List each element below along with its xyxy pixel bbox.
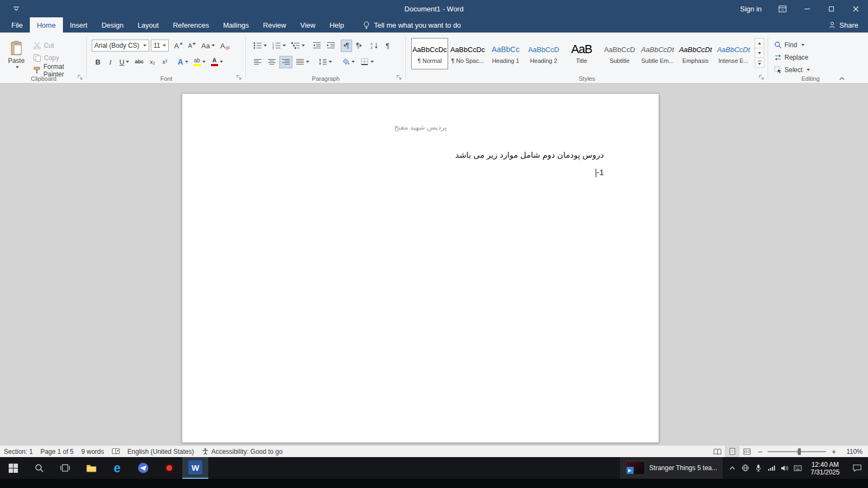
style-subtitle[interactable]: AaBbCcD Subtitle xyxy=(601,38,638,69)
tab-file[interactable]: File xyxy=(4,17,30,33)
tab-references[interactable]: References xyxy=(166,17,216,33)
decrease-indent-button[interactable] xyxy=(310,40,323,52)
clipboard-dialog-launcher[interactable] xyxy=(76,74,84,81)
underline-button[interactable]: U xyxy=(117,56,131,68)
action-center-button[interactable] xyxy=(846,457,868,479)
close-button[interactable] xyxy=(844,0,868,17)
cut-button[interactable]: Cut xyxy=(31,39,85,52)
font-size-select[interactable]: 11 xyxy=(151,40,169,52)
strikethrough-button[interactable]: abc xyxy=(132,56,145,68)
tray-show-hidden-icons-button[interactable] xyxy=(726,457,739,479)
media-playback-flyout[interactable]: Stranger Things 5 tea... xyxy=(620,457,723,479)
style-intense-emphasis[interactable]: AaBbCcDt Intense E... xyxy=(715,38,752,69)
zoom-level[interactable]: 110% xyxy=(840,448,863,455)
start-button[interactable] xyxy=(0,457,26,479)
sort-button[interactable]: AZ xyxy=(368,40,381,52)
zoom-slider-thumb[interactable] xyxy=(798,448,801,455)
proofing-status-button[interactable] xyxy=(108,446,124,457)
edge-button[interactable]: e xyxy=(104,457,130,479)
styles-dialog-launcher[interactable] xyxy=(758,74,765,81)
bold-button[interactable]: B xyxy=(92,56,104,68)
web-layout-button[interactable] xyxy=(739,446,754,457)
font-dialog-launcher[interactable] xyxy=(235,74,242,81)
taskbar-app-record-button[interactable] xyxy=(156,457,182,479)
subscript-button[interactable]: x2 xyxy=(147,56,158,68)
style-no-spacing[interactable]: AaBbCcDc ¶ No Spac... xyxy=(449,38,486,69)
taskbar-search-button[interactable] xyxy=(26,457,52,479)
minimize-button[interactable] xyxy=(795,0,819,17)
style-title[interactable]: AaB Title xyxy=(563,38,600,69)
document-list-line[interactable]: -1 xyxy=(596,168,604,177)
shading-button[interactable] xyxy=(339,56,357,68)
maximize-button[interactable] xyxy=(819,0,844,17)
collapse-ribbon-button[interactable] xyxy=(839,76,845,81)
tab-insert[interactable]: Insert xyxy=(63,17,95,33)
multilevel-list-button[interactable] xyxy=(289,40,307,52)
tray-network-globe-button[interactable] xyxy=(739,457,752,479)
read-mode-button[interactable] xyxy=(710,446,725,457)
show-formatting-marks-button[interactable]: ¶ xyxy=(382,40,393,52)
page-indicator[interactable]: Page 1 of 5 xyxy=(36,446,77,457)
replace-button[interactable]: Replace xyxy=(772,52,812,63)
italic-button[interactable]: I xyxy=(105,56,116,68)
paragraph-dialog-launcher[interactable] xyxy=(395,74,403,81)
taskbar-clock[interactable]: 12:40 AM 7/31/2025 xyxy=(804,460,846,476)
style-subtle-emphasis[interactable]: AaBbCcDt Subtle Em... xyxy=(639,38,676,69)
ltr-text-direction-button[interactable]: ¶ xyxy=(353,40,365,52)
text-effects-button[interactable]: A xyxy=(176,56,190,68)
quick-access-customize-button[interactable] xyxy=(0,0,20,17)
share-button[interactable]: Share xyxy=(819,17,868,33)
tab-help[interactable]: Help xyxy=(322,17,351,33)
superscript-button[interactable]: x2 xyxy=(159,56,171,68)
tab-design[interactable]: Design xyxy=(94,17,130,33)
shrink-font-button[interactable]: A xyxy=(186,40,198,52)
sign-in-button[interactable]: Sign in xyxy=(731,0,770,17)
line-spacing-button[interactable] xyxy=(316,56,334,68)
change-case-button[interactable]: Aa xyxy=(199,40,217,52)
align-left-button[interactable] xyxy=(251,56,264,68)
rtl-text-direction-button[interactable]: ¶ xyxy=(341,40,352,52)
print-layout-button[interactable] xyxy=(725,446,739,457)
tab-layout[interactable]: Layout xyxy=(131,17,166,33)
section-indicator[interactable]: Section: 1 xyxy=(0,446,36,457)
tray-volume-button[interactable] xyxy=(778,457,791,479)
tray-microphone-button[interactable] xyxy=(752,457,765,479)
font-color-button[interactable]: A xyxy=(209,56,225,68)
tab-review[interactable]: Review xyxy=(256,17,293,33)
numbering-button[interactable]: 123 xyxy=(270,40,288,52)
task-view-button[interactable] xyxy=(52,457,78,479)
tray-network-button[interactable] xyxy=(765,457,778,479)
font-name-select[interactable]: Arial (Body CS) xyxy=(92,40,149,52)
find-button[interactable]: Find xyxy=(772,39,812,51)
word-taskbar-button[interactable]: W xyxy=(182,457,208,479)
taskbar-app-blue-button[interactable] xyxy=(130,457,156,479)
tab-view[interactable]: View xyxy=(293,17,322,33)
word-count[interactable]: 9 words xyxy=(78,446,108,457)
zoom-out-button[interactable]: − xyxy=(754,447,766,456)
justify-button[interactable] xyxy=(293,56,311,68)
tab-home[interactable]: Home xyxy=(30,17,63,33)
increase-indent-button[interactable] xyxy=(324,40,337,52)
style-emphasis[interactable]: AaBbCcDt Emphasis xyxy=(677,38,714,69)
style-heading2[interactable]: AaBbCcD Heading 2 xyxy=(525,38,562,69)
styles-scroll-up-button[interactable] xyxy=(755,38,764,48)
styles-more-button[interactable] xyxy=(755,57,764,68)
tray-touch-keyboard-button[interactable] xyxy=(791,457,804,479)
styles-scroll-down-button[interactable] xyxy=(755,48,764,58)
grow-font-button[interactable]: A xyxy=(172,40,185,52)
zoom-slider[interactable] xyxy=(768,451,826,452)
align-center-button[interactable] xyxy=(265,56,278,68)
select-button[interactable]: Select xyxy=(772,64,812,76)
zoom-in-button[interactable]: + xyxy=(828,447,840,456)
document-page[interactable]: پردیس شهید مفتح دروس پودمان دوم شامل موا… xyxy=(182,93,659,443)
document-body-text[interactable]: دروس پودمان دوم شامل موارد زیر می باشد xyxy=(455,150,604,160)
file-explorer-button[interactable] xyxy=(78,457,104,479)
text-highlight-button[interactable]: ab xyxy=(192,56,208,68)
clear-formatting-button[interactable]: A xyxy=(218,40,232,52)
bullets-button[interactable] xyxy=(251,40,269,52)
align-right-button[interactable] xyxy=(279,56,292,68)
document-header-text[interactable]: پردیس شهید مفتح xyxy=(182,123,659,131)
tell-me-box[interactable]: Tell me what you want to do xyxy=(363,17,461,33)
ribbon-display-options-button[interactable] xyxy=(770,0,795,17)
accessibility-status[interactable]: Accessibility: Good to go xyxy=(198,446,286,457)
